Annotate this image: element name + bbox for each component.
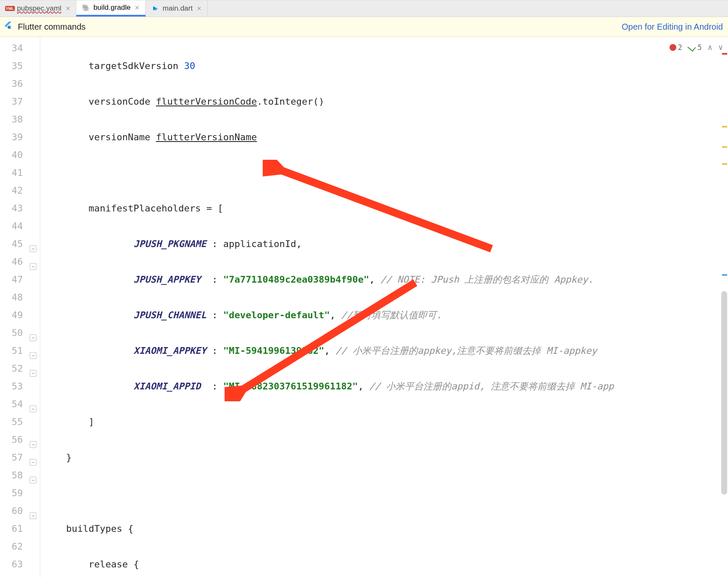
line-number-gutter: 3435363738394041424344454647484950515253… — [0, 37, 27, 578]
map-key: JPUSH_PKGNAME — [133, 239, 206, 249]
line-number: 46 — [0, 253, 27, 271]
gradle-file-icon: 🐘 — [82, 4, 90, 11]
line-number: 45 — [0, 235, 27, 253]
banner-title: Flutter commands — [18, 22, 86, 32]
close-icon[interactable]: × — [135, 3, 139, 12]
code-ref: flutterVersionName — [156, 132, 257, 142]
line-number: 38 — [0, 111, 27, 128]
code-text: manifestPlaceholders = [ — [89, 203, 223, 214]
line-number: 60 — [0, 502, 27, 520]
fold-toggle-icon[interactable]: − — [30, 477, 36, 484]
editor-tabbar: YML pubspec.yaml × 🐘 build.gradle × main… — [0, 0, 728, 17]
next-highlight-icon[interactable]: ∨ — [718, 39, 723, 56]
fold-column: − − − − − − − − − − — [27, 37, 40, 578]
line-number: 39 — [0, 128, 27, 146]
code-text: .toInteger() — [257, 96, 324, 107]
code-text: versionCode — [89, 96, 156, 107]
map-value: applicationId — [223, 239, 296, 249]
prev-highlight-icon[interactable]: ∧ — [708, 39, 712, 56]
line-number: 55 — [0, 413, 27, 431]
warning-count[interactable]: 5 — [688, 39, 702, 56]
warning-marker[interactable] — [722, 163, 727, 165]
line-number: 63 — [0, 556, 27, 573]
line-number: 53 — [0, 378, 27, 395]
fold-toggle-icon[interactable]: − — [30, 406, 36, 412]
map-key: JPUSH_APPKEY — [133, 274, 201, 285]
flutter-logo-icon — [3, 21, 14, 33]
line-number: 47 — [0, 271, 27, 289]
line-number: 57 — [0, 449, 27, 467]
map-value: "MI-2882303761519961182" — [223, 381, 358, 392]
code-text: targetSdkVersion — [89, 61, 184, 71]
line-number: 51 — [0, 342, 27, 360]
code-text: release — [89, 559, 133, 570]
fold-toggle-icon[interactable]: − — [30, 512, 36, 519]
code-comment: // 小米平台注册的appkey,注意不要将前缀去掉 MI-appkey — [336, 345, 597, 356]
code-comment: //暂时填写默认值即可. — [341, 310, 442, 320]
code-text: versionName — [89, 132, 156, 142]
fold-toggle-icon[interactable]: − — [30, 370, 36, 377]
code-comment: // NOTE: JPush 上注册的包名对应的 Appkey. — [381, 274, 594, 285]
tab-label: main.dart — [163, 4, 193, 13]
dart-file-icon — [152, 5, 159, 12]
code-ref: flutterVersionCode — [156, 96, 257, 107]
map-value: "7a77110489c2ea0389b4f90e" — [223, 274, 369, 285]
flutter-commands-banner: Flutter commands Open for Editing in And… — [0, 17, 728, 37]
line-number: 52 — [0, 360, 27, 378]
line-number: 41 — [0, 164, 27, 182]
code-text: buildTypes — [66, 523, 128, 534]
map-value: "MI-5941996139182" — [223, 345, 324, 356]
inspection-indicators: 2 5 ∧ ∨ — [670, 39, 723, 56]
tab-build-gradle[interactable]: 🐘 build.gradle × — [76, 0, 145, 17]
yaml-file-icon: YML — [6, 5, 14, 12]
line-number: 40 — [0, 146, 27, 164]
code-content[interactable]: targetSdkVersion 30 versionCode flutterV… — [40, 37, 728, 578]
vertical-scrollbar[interactable] — [721, 291, 727, 495]
line-number: 56 — [0, 431, 27, 449]
tab-main-dart[interactable]: main.dart × — [146, 0, 208, 17]
warning-marker[interactable] — [722, 146, 727, 148]
info-marker[interactable] — [722, 274, 727, 276]
line-number: 50 — [0, 324, 27, 342]
fold-toggle-icon[interactable]: − — [30, 352, 36, 359]
fold-toggle-icon[interactable]: − — [30, 334, 36, 341]
close-icon[interactable]: × — [66, 4, 70, 13]
code-editor[interactable]: 2 5 ∧ ∨ 34353637383940414243444546474849… — [0, 37, 728, 578]
line-number: 34 — [0, 39, 27, 57]
tab-pubspec[interactable]: YML pubspec.yaml × — [0, 0, 76, 17]
code-number: 30 — [184, 61, 195, 71]
warning-marker[interactable] — [722, 126, 727, 128]
map-key: JPUSH_CHANNEL — [133, 310, 206, 320]
line-number: 62 — [0, 538, 27, 556]
tab-label: pubspec.yaml — [17, 4, 61, 13]
line-number: 35 — [0, 57, 27, 75]
fold-toggle-icon[interactable]: − — [30, 245, 36, 252]
code-comment: // 小米平台注册的appid, 注意不要将前缀去掉 MI-app — [369, 381, 614, 392]
map-key: XIAOMI_APPKEY — [133, 345, 206, 356]
line-number: 49 — [0, 306, 27, 324]
line-number: 61 — [0, 520, 27, 538]
line-number: 48 — [0, 289, 27, 306]
line-number: 58 — [0, 467, 27, 484]
open-in-android-link[interactable]: Open for Editing in Android — [622, 22, 723, 32]
line-number: 44 — [0, 217, 27, 235]
line-number: 42 — [0, 182, 27, 200]
error-count[interactable]: 2 — [670, 39, 682, 56]
line-number: 43 — [0, 200, 27, 217]
fold-toggle-icon[interactable]: − — [30, 263, 36, 270]
line-number: 36 — [0, 75, 27, 93]
map-value: "developer-default" — [223, 310, 330, 320]
line-number: 59 — [0, 484, 27, 502]
close-icon[interactable]: × — [197, 4, 202, 13]
tab-label: build.gradle — [93, 3, 131, 12]
map-key: XIAOMI_APPID — [133, 381, 201, 392]
fold-toggle-icon[interactable]: − — [30, 459, 36, 466]
line-number: 54 — [0, 395, 27, 413]
line-number: 37 — [0, 93, 27, 111]
fold-toggle-icon[interactable]: − — [30, 441, 36, 448]
